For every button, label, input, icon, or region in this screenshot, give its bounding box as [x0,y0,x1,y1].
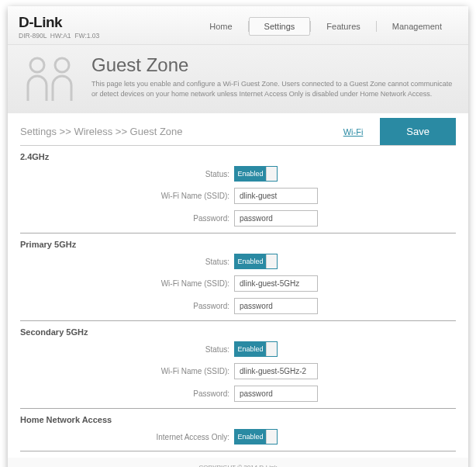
wifi-link[interactable]: Wi-Fi [326,127,381,137]
svg-point-0 [30,58,44,72]
toggle-enabled-label: Enabled [235,342,266,356]
status-label: Status: [20,258,234,266]
password-input-primary-5ghz[interactable] [234,298,318,314]
internet-access-only-label: Internet Access Only: [20,433,234,441]
section-title-primary-5ghz: Primary 5GHz [20,234,456,254]
ssid-input-primary-5ghz[interactable] [234,275,318,292]
ssid-label: Wi-Fi Name (SSID): [20,367,234,375]
internet-access-only-toggle[interactable]: Enabled [234,429,278,445]
main-nav: Home Settings Features Management [194,14,457,36]
ssid-input-secondary-5ghz[interactable] [234,363,318,379]
divider [20,451,456,451]
section-title-24ghz: 2.4GHz [20,146,456,166]
section-title-secondary-5ghz: Secondary 5GHz [20,321,456,341]
device-info: DIR-890L HW:A1 FW:1.03 [19,32,99,40]
toggle-enabled-label: Enabled [235,167,266,181]
password-label: Password: [20,389,234,398]
password-input-24ghz[interactable] [234,210,318,227]
section-title-home-network-access: Home Network Access [20,409,456,429]
status-label: Status: [20,345,234,354]
toggle-knob [266,342,277,356]
nav-features[interactable]: Features [311,17,375,36]
svg-point-1 [55,58,69,72]
nav-home[interactable]: Home [194,17,247,36]
top-header: D-Link DIR-890L HW:A1 FW:1.03 Home Setti… [8,6,468,45]
brand-logo: D-Link [19,14,99,31]
hero-section: Guest Zone This page lets you enable and… [8,45,468,113]
nav-settings[interactable]: Settings [249,17,311,36]
password-label: Password: [20,302,234,310]
toggle-knob [266,254,277,268]
status-toggle-secondary-5ghz[interactable]: Enabled [234,341,278,357]
breadcrumb: Settings >> Wireless >> Guest Zone [20,126,326,137]
password-input-secondary-5ghz[interactable] [234,386,318,402]
toggle-enabled-label: Enabled [235,254,266,268]
nav-management[interactable]: Management [377,17,457,36]
status-label: Status: [20,170,234,178]
guest-users-icon [20,54,81,102]
save-button[interactable]: Save [380,118,456,145]
page-title: Guest Zone [91,54,456,76]
toggle-knob [266,167,277,181]
copyright-footer: COPYRIGHT © 2014 D-Link [8,458,468,467]
status-toggle-primary-5ghz[interactable]: Enabled [234,254,278,269]
ssid-label: Wi-Fi Name (SSID): [20,279,234,288]
ssid-label: Wi-Fi Name (SSID): [20,192,234,200]
page-description: This page lets you enable and configure … [91,79,456,99]
password-label: Password: [20,214,234,223]
ssid-input-24ghz[interactable] [234,188,318,204]
toggle-knob [266,430,277,444]
toggle-enabled-label: Enabled [235,430,266,444]
status-toggle-24ghz[interactable]: Enabled [234,166,278,182]
